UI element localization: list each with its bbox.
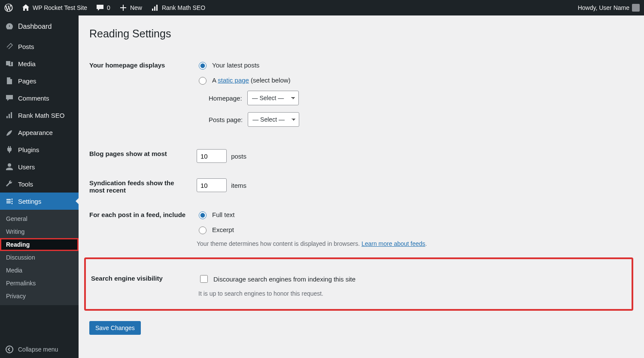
learn-feeds-link[interactable]: Learn more about feeds xyxy=(361,240,425,247)
chart-bar-icon xyxy=(151,3,159,12)
adminbar-comments[interactable]: 0 xyxy=(96,3,110,12)
row-heading-blog-pages: Blog pages show at most xyxy=(89,141,192,171)
adminbar-comment-count: 0 xyxy=(107,4,110,11)
syndication-suffix: items xyxy=(231,182,246,189)
collapse-icon xyxy=(5,345,14,354)
radio-full-text-label[interactable]: Full text xyxy=(212,211,235,218)
sidebar-item-label: Posts xyxy=(18,43,34,50)
page-title: Reading Settings xyxy=(89,28,633,40)
sidebar-item-settings[interactable]: Settings xyxy=(0,193,79,210)
adminbar-wp-logo[interactable] xyxy=(4,3,13,12)
row-heading-syndication: Syndication feeds show the most recent xyxy=(89,171,192,202)
discourage-search-label[interactable]: Discourage search engines from indexing … xyxy=(213,275,355,283)
radio-full-text[interactable] xyxy=(199,211,207,219)
wordpress-icon xyxy=(4,3,13,12)
sidebar-item-dashboard[interactable]: Dashboard xyxy=(0,15,79,38)
row-heading-search-visibility: Search engine visibility xyxy=(91,266,194,305)
sidebar-item-plugins[interactable]: Plugins xyxy=(0,141,79,158)
adminbar-rank-math-label: Rank Math SEO xyxy=(162,4,205,11)
sidebar-subitem-general[interactable]: General xyxy=(0,212,79,225)
posts-page-select[interactable]: — Select — xyxy=(248,112,299,127)
homepage-select-label: Homepage: xyxy=(209,95,242,102)
sidebar-item-posts[interactable]: Posts xyxy=(0,38,79,55)
sidebar-item-rank-math[interactable]: Rank Math SEO xyxy=(0,107,79,124)
sidebar-item-media[interactable]: Media xyxy=(0,55,79,72)
adminbar-new-label: New xyxy=(130,4,142,11)
plugins-icon xyxy=(5,145,14,154)
posts-page-select-label: Posts page: xyxy=(209,116,243,123)
pages-icon xyxy=(5,76,14,85)
sidebar-subitem-privacy[interactable]: Privacy xyxy=(0,290,79,303)
avatar xyxy=(632,4,640,12)
radio-static-page-label[interactable]: A static page (select below) xyxy=(212,76,291,84)
rank-math-icon xyxy=(5,111,14,119)
sidebar-item-label: Comments xyxy=(18,95,49,102)
feed-description: Your theme determines how content is dis… xyxy=(197,240,629,247)
home-icon xyxy=(21,3,30,12)
sidebar-item-label: Appearance xyxy=(18,129,53,136)
blog-pages-suffix: posts xyxy=(231,153,246,160)
settings-icon xyxy=(5,197,14,205)
adminbar-new[interactable]: New xyxy=(119,3,142,12)
comment-icon xyxy=(96,3,104,12)
sidebar-subitem-permalinks[interactable]: Permalinks xyxy=(0,277,79,290)
plus-icon xyxy=(119,3,128,12)
main-content: Reading Settings Your homepage displays … xyxy=(79,15,644,358)
media-icon xyxy=(5,59,14,68)
admin-sidebar: DashboardPostsMediaPagesCommentsRank Mat… xyxy=(0,15,79,358)
appearance-icon xyxy=(5,128,14,137)
row-heading-feed-include: For each post in a feed, include xyxy=(89,202,192,255)
posts-icon xyxy=(5,42,14,51)
users-icon xyxy=(5,162,14,171)
homepage-select[interactable]: — Select — xyxy=(247,91,299,105)
radio-excerpt-label[interactable]: Excerpt xyxy=(212,226,234,233)
sidebar-item-label: Tools xyxy=(18,181,33,188)
save-changes-button[interactable]: Save Changes xyxy=(89,321,141,335)
sidebar-subitem-media[interactable]: Media xyxy=(0,264,79,277)
sidebar-item-pages[interactable]: Pages xyxy=(0,72,79,89)
radio-latest-posts[interactable] xyxy=(199,62,207,70)
admin-bar: WP Rocket Test Site 0 New Rank Math SEO … xyxy=(0,0,644,15)
sidebar-item-label: Media xyxy=(18,60,36,67)
sidebar-submenu-settings: GeneralWritingReadingDiscussionMediaPerm… xyxy=(0,210,79,305)
dashboard-icon xyxy=(5,22,14,31)
sidebar-item-users[interactable]: Users xyxy=(0,158,79,175)
adminbar-account[interactable]: Howdy, User Name xyxy=(578,4,640,12)
adminbar-howdy: Howdy, User Name xyxy=(578,4,629,11)
sidebar-subitem-writing[interactable]: Writing xyxy=(0,225,79,238)
adminbar-rank-math[interactable]: Rank Math SEO xyxy=(151,3,205,12)
adminbar-site-link[interactable]: WP Rocket Test Site xyxy=(21,3,87,12)
radio-latest-posts-label[interactable]: Your latest posts xyxy=(212,61,259,69)
sidebar-item-appearance[interactable]: Appearance xyxy=(0,124,79,141)
sidebar-item-label: Users xyxy=(18,163,35,171)
search-visibility-highlight: Search engine visibility Discourage sear… xyxy=(84,257,633,311)
tools-icon xyxy=(5,180,14,188)
sidebar-subitem-discussion[interactable]: Discussion xyxy=(0,251,79,264)
sidebar-item-label: Dashboard xyxy=(18,23,52,31)
sidebar-subitem-reading[interactable]: Reading xyxy=(0,238,79,251)
sidebar-item-label: Rank Math SEO xyxy=(18,112,64,119)
sidebar-item-tools[interactable]: Tools xyxy=(0,175,79,193)
search-visibility-desc: It is up to search engines to honor this… xyxy=(198,290,622,297)
blog-pages-input[interactable] xyxy=(197,149,227,163)
radio-excerpt[interactable] xyxy=(199,226,207,234)
sidebar-item-label: Plugins xyxy=(18,146,39,153)
radio-static-page[interactable] xyxy=(199,77,207,85)
discourage-search-checkbox[interactable] xyxy=(200,275,208,283)
static-page-link[interactable]: static page xyxy=(218,76,249,84)
syndication-input[interactable] xyxy=(197,178,227,192)
sidebar-item-comments[interactable]: Comments xyxy=(0,89,79,107)
collapse-label: Collapse menu xyxy=(18,346,58,353)
comments-icon xyxy=(5,94,14,102)
sidebar-item-label: Pages xyxy=(18,77,36,85)
svg-point-0 xyxy=(6,346,13,353)
sidebar-item-label: Settings xyxy=(18,198,41,205)
collapse-menu[interactable]: Collapse menu xyxy=(0,341,79,358)
adminbar-site-title: WP Rocket Test Site xyxy=(33,4,87,11)
row-heading-homepage: Your homepage displays xyxy=(89,53,192,141)
